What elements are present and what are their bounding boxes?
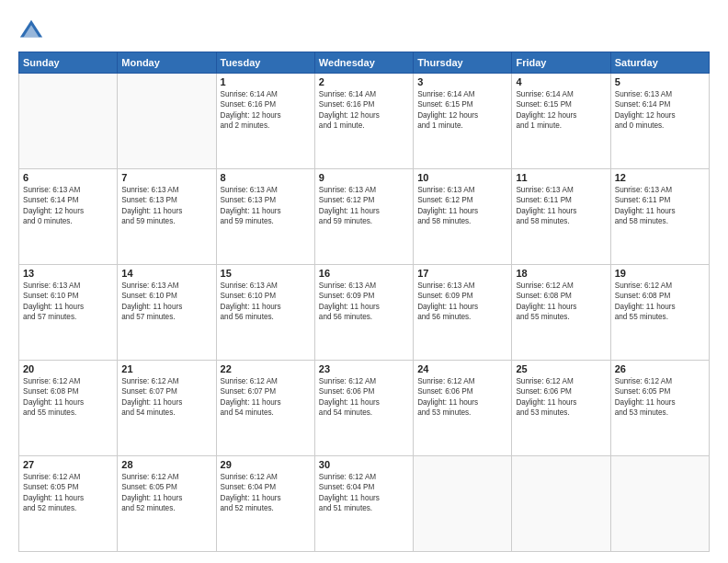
cell-sun-info: Sunrise: 6:14 AM Sunset: 6:15 PM Dayligh…: [516, 89, 606, 132]
cell-sun-info: Sunrise: 6:13 AM Sunset: 6:11 PM Dayligh…: [615, 185, 705, 227]
calendar-cell: [610, 456, 709, 552]
cell-sun-info: Sunrise: 6:12 AM Sunset: 6:06 PM Dayligh…: [319, 376, 409, 419]
logo-icon: [18, 17, 44, 42]
calendar-cell: 12Sunrise: 6:13 AM Sunset: 6:11 PM Dayli…: [610, 169, 709, 265]
cell-sun-info: Sunrise: 6:13 AM Sunset: 6:12 PM Dayligh…: [417, 185, 507, 227]
week-row-5: 27Sunrise: 6:12 AM Sunset: 6:05 PM Dayli…: [19, 456, 710, 552]
weekday-friday: Friday: [512, 52, 610, 74]
day-number: 20: [23, 363, 113, 374]
day-number: 26: [615, 363, 705, 374]
day-number: 15: [221, 268, 311, 279]
day-number: 10: [417, 172, 507, 183]
calendar-cell: 24Sunrise: 6:12 AM Sunset: 6:06 PM Dayli…: [414, 361, 512, 456]
day-number: 18: [516, 268, 606, 279]
weekday-monday: Monday: [118, 52, 216, 74]
calendar-cell: 6Sunrise: 6:13 AM Sunset: 6:14 PM Daylig…: [19, 169, 118, 265]
weekday-tuesday: Tuesday: [216, 52, 314, 74]
day-number: 30: [319, 459, 409, 470]
calendar-cell: 13Sunrise: 6:13 AM Sunset: 6:10 PM Dayli…: [19, 265, 118, 361]
calendar-cell: 28Sunrise: 6:12 AM Sunset: 6:05 PM Dayli…: [118, 456, 216, 552]
calendar-cell: 22Sunrise: 6:12 AM Sunset: 6:07 PM Dayli…: [216, 361, 314, 456]
cell-sun-info: Sunrise: 6:13 AM Sunset: 6:14 PM Dayligh…: [615, 89, 705, 132]
day-number: 5: [615, 76, 705, 87]
day-number: 2: [319, 76, 409, 87]
day-number: 9: [319, 172, 409, 183]
calendar-cell: [19, 74, 118, 169]
cell-sun-info: Sunrise: 6:12 AM Sunset: 6:06 PM Dayligh…: [417, 376, 507, 419]
day-number: 21: [121, 363, 211, 374]
week-row-2: 6Sunrise: 6:13 AM Sunset: 6:14 PM Daylig…: [19, 169, 710, 265]
cell-sun-info: Sunrise: 6:13 AM Sunset: 6:10 PM Dayligh…: [221, 281, 311, 323]
calendar-cell: 11Sunrise: 6:13 AM Sunset: 6:11 PM Dayli…: [512, 169, 610, 265]
calendar-cell: 26Sunrise: 6:12 AM Sunset: 6:05 PM Dayli…: [610, 361, 709, 456]
cell-sun-info: Sunrise: 6:12 AM Sunset: 6:07 PM Dayligh…: [221, 376, 311, 419]
cell-sun-info: Sunrise: 6:12 AM Sunset: 6:06 PM Dayligh…: [516, 376, 606, 419]
week-row-1: 1Sunrise: 6:14 AM Sunset: 6:16 PM Daylig…: [19, 74, 710, 169]
day-number: 8: [221, 172, 311, 183]
cell-sun-info: Sunrise: 6:13 AM Sunset: 6:09 PM Dayligh…: [319, 281, 409, 323]
day-number: 6: [23, 172, 113, 183]
weekday-saturday: Saturday: [610, 52, 709, 74]
day-number: 23: [319, 363, 409, 374]
cell-sun-info: Sunrise: 6:13 AM Sunset: 6:13 PM Dayligh…: [121, 185, 211, 227]
day-number: 4: [516, 76, 606, 87]
calendar-cell: 9Sunrise: 6:13 AM Sunset: 6:12 PM Daylig…: [314, 169, 413, 265]
day-number: 13: [23, 268, 113, 279]
weekday-sunday: Sunday: [19, 52, 118, 74]
calendar-cell: 27Sunrise: 6:12 AM Sunset: 6:05 PM Dayli…: [19, 456, 118, 552]
cell-sun-info: Sunrise: 6:12 AM Sunset: 6:08 PM Dayligh…: [516, 281, 606, 323]
calendar-cell: 10Sunrise: 6:13 AM Sunset: 6:12 PM Dayli…: [414, 169, 512, 265]
day-number: 19: [615, 268, 705, 279]
calendar-cell: 3Sunrise: 6:14 AM Sunset: 6:15 PM Daylig…: [414, 74, 512, 169]
calendar-cell: 23Sunrise: 6:12 AM Sunset: 6:06 PM Dayli…: [314, 361, 413, 456]
calendar-cell: 2Sunrise: 6:14 AM Sunset: 6:16 PM Daylig…: [314, 74, 413, 169]
logo: [18, 17, 48, 42]
cell-sun-info: Sunrise: 6:13 AM Sunset: 6:09 PM Dayligh…: [417, 281, 507, 323]
day-number: 27: [23, 459, 113, 470]
calendar-cell: 20Sunrise: 6:12 AM Sunset: 6:08 PM Dayli…: [19, 361, 118, 456]
cell-sun-info: Sunrise: 6:14 AM Sunset: 6:16 PM Dayligh…: [319, 89, 409, 132]
calendar-cell: 18Sunrise: 6:12 AM Sunset: 6:08 PM Dayli…: [512, 265, 610, 361]
weekday-thursday: Thursday: [414, 52, 512, 74]
calendar-cell: 30Sunrise: 6:12 AM Sunset: 6:04 PM Dayli…: [314, 456, 413, 552]
calendar-cell: 17Sunrise: 6:13 AM Sunset: 6:09 PM Dayli…: [414, 265, 512, 361]
header: [18, 17, 710, 42]
cell-sun-info: Sunrise: 6:14 AM Sunset: 6:15 PM Dayligh…: [417, 89, 507, 132]
day-number: 7: [121, 172, 211, 183]
calendar-cell: 19Sunrise: 6:12 AM Sunset: 6:08 PM Dayli…: [610, 265, 709, 361]
calendar-cell: 1Sunrise: 6:14 AM Sunset: 6:16 PM Daylig…: [216, 74, 314, 169]
day-number: 16: [319, 268, 409, 279]
day-number: 29: [221, 459, 311, 470]
cell-sun-info: Sunrise: 6:13 AM Sunset: 6:14 PM Dayligh…: [23, 185, 113, 227]
day-number: 1: [221, 76, 311, 87]
calendar-body: 1Sunrise: 6:14 AM Sunset: 6:16 PM Daylig…: [19, 74, 710, 552]
day-number: 24: [417, 363, 507, 374]
calendar-cell: 21Sunrise: 6:12 AM Sunset: 6:07 PM Dayli…: [118, 361, 216, 456]
weekday-wednesday: Wednesday: [314, 52, 413, 74]
day-number: 22: [221, 363, 311, 374]
cell-sun-info: Sunrise: 6:13 AM Sunset: 6:12 PM Dayligh…: [319, 185, 409, 227]
cell-sun-info: Sunrise: 6:13 AM Sunset: 6:11 PM Dayligh…: [516, 185, 606, 227]
day-number: 11: [516, 172, 606, 183]
calendar-cell: 14Sunrise: 6:13 AM Sunset: 6:10 PM Dayli…: [118, 265, 216, 361]
calendar-cell: 15Sunrise: 6:13 AM Sunset: 6:10 PM Dayli…: [216, 265, 314, 361]
calendar-cell: 8Sunrise: 6:13 AM Sunset: 6:13 PM Daylig…: [216, 169, 314, 265]
cell-sun-info: Sunrise: 6:12 AM Sunset: 6:05 PM Dayligh…: [23, 472, 113, 514]
calendar-cell: 25Sunrise: 6:12 AM Sunset: 6:06 PM Dayli…: [512, 361, 610, 456]
cell-sun-info: Sunrise: 6:14 AM Sunset: 6:16 PM Dayligh…: [221, 89, 311, 132]
day-number: 28: [121, 459, 211, 470]
week-row-3: 13Sunrise: 6:13 AM Sunset: 6:10 PM Dayli…: [19, 265, 710, 361]
cell-sun-info: Sunrise: 6:13 AM Sunset: 6:13 PM Dayligh…: [221, 185, 311, 227]
day-number: 3: [417, 76, 507, 87]
cell-sun-info: Sunrise: 6:12 AM Sunset: 6:04 PM Dayligh…: [319, 472, 409, 514]
calendar-cell: 7Sunrise: 6:13 AM Sunset: 6:13 PM Daylig…: [118, 169, 216, 265]
calendar-cell: [414, 456, 512, 552]
week-row-4: 20Sunrise: 6:12 AM Sunset: 6:08 PM Dayli…: [19, 361, 710, 456]
calendar-cell: 29Sunrise: 6:12 AM Sunset: 6:04 PM Dayli…: [216, 456, 314, 552]
day-number: 14: [121, 268, 211, 279]
day-number: 17: [417, 268, 507, 279]
calendar-cell: [512, 456, 610, 552]
calendar-table: SundayMondayTuesdayWednesdayThursdayFrid…: [18, 52, 710, 552]
calendar-cell: 4Sunrise: 6:14 AM Sunset: 6:15 PM Daylig…: [512, 74, 610, 169]
cell-sun-info: Sunrise: 6:13 AM Sunset: 6:10 PM Dayligh…: [23, 281, 113, 323]
